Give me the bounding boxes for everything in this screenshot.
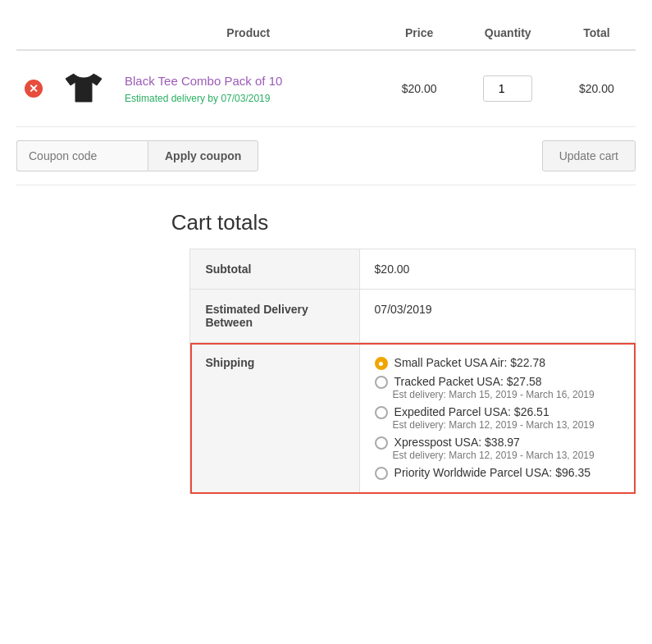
cart-totals-section: Cart totals Subtotal $20.00 Estimated De… [16, 210, 636, 494]
shipping-option-label: Small Packet USA Air: $22.78 [394, 356, 545, 369]
product-thumbnail [59, 64, 108, 113]
shipping-option-0: Small Packet USA Air: $22.78 [375, 356, 620, 370]
shipping-option-4: Priority Worldwide Parcel USA: $96.35 [375, 466, 620, 480]
cart-totals-table: Subtotal $20.00 Estimated Delivery Betwe… [189, 249, 636, 494]
shipping-option-row: Priority Worldwide Parcel USA: $96.35 [375, 466, 620, 480]
quantity-cell [458, 50, 558, 127]
shipping-option-row: Xpresspost USA: $38.97 [375, 436, 620, 450]
radio-unselected-icon[interactable] [375, 376, 388, 389]
shipping-option-row: Expedited Parcel USA: $26.51 [375, 405, 620, 419]
col-image [51, 16, 116, 50]
shipping-option-row: Small Packet USA Air: $22.78 [375, 356, 620, 370]
product-image-cell [51, 50, 116, 127]
product-name: Black Tee Combo Pack of 10 [125, 74, 372, 88]
apply-coupon-button[interactable]: Apply coupon [148, 140, 258, 171]
est-delivery-text: Est delivery: March 12, 2019 - March 13,… [393, 419, 620, 431]
delivery-info: Estimated delivery by 07/03/2019 [125, 93, 270, 104]
col-remove [16, 16, 51, 50]
subtotal-label: Subtotal [190, 249, 359, 290]
cart-table: Product Price Quantity Total ✕ [16, 16, 636, 127]
col-quantity: Quantity [458, 16, 558, 50]
radio-selected-icon[interactable] [375, 357, 388, 370]
radio-unselected-icon[interactable] [375, 467, 388, 480]
coupon-left: Apply coupon [16, 140, 258, 171]
product-name-cell: Black Tee Combo Pack of 10 Estimated del… [116, 50, 381, 127]
remove-icon: ✕ [25, 80, 43, 98]
col-price: Price [381, 16, 458, 50]
shipping-options-list: Small Packet USA Air: $22.78Tracked Pack… [375, 356, 620, 480]
delivery-row: Estimated Delivery Between 07/03/2019 [190, 290, 636, 343]
shipping-option-label: Tracked Packet USA: $27.58 [394, 375, 542, 388]
radio-unselected-icon[interactable] [375, 406, 388, 419]
delivery-value: 07/03/2019 [359, 290, 635, 343]
cart-totals-title: Cart totals [171, 210, 269, 235]
price-cell: $20.00 [381, 50, 458, 127]
shipping-row: Shipping Small Packet USA Air: $22.78Tra… [190, 343, 636, 494]
shipping-option-label: Priority Worldwide Parcel USA: $96.35 [394, 466, 590, 479]
shipping-option-label: Expedited Parcel USA: $26.51 [394, 405, 549, 418]
update-cart-button[interactable]: Update cart [542, 140, 636, 171]
est-delivery-text: Est delivery: March 15, 2019 - March 16,… [393, 389, 620, 400]
subtotal-row: Subtotal $20.00 [190, 249, 636, 290]
table-row: ✕ Black Tee Combo Pack of 10 Estimated d… [16, 50, 636, 127]
remove-item-button[interactable]: ✕ [25, 80, 43, 98]
delivery-label: Estimated Delivery Between [190, 290, 359, 343]
col-product: Product [116, 16, 381, 50]
shipping-option-label: Xpresspost USA: $38.97 [394, 436, 520, 449]
quantity-input[interactable] [483, 75, 532, 102]
shipping-option-1: Tracked Packet USA: $27.58Est delivery: … [375, 375, 620, 400]
shipping-option-row: Tracked Packet USA: $27.58 [375, 375, 620, 389]
shipping-option-2: Expedited Parcel USA: $26.51Est delivery… [375, 405, 620, 431]
radio-unselected-icon[interactable] [375, 436, 388, 450]
shipping-option-3: Xpresspost USA: $38.97Est delivery: Marc… [375, 436, 620, 461]
coupon-row: Apply coupon Update cart [16, 127, 636, 185]
col-total: Total [558, 16, 636, 50]
total-cell: $20.00 [558, 50, 636, 127]
shipping-label: Shipping [190, 343, 359, 494]
coupon-input[interactable] [16, 140, 148, 171]
subtotal-value: $20.00 [359, 249, 635, 290]
est-delivery-text: Est delivery: March 12, 2019 - March 13,… [393, 450, 620, 461]
remove-cell: ✕ [16, 50, 51, 127]
shipping-options-cell: Small Packet USA Air: $22.78Tracked Pack… [359, 343, 635, 494]
